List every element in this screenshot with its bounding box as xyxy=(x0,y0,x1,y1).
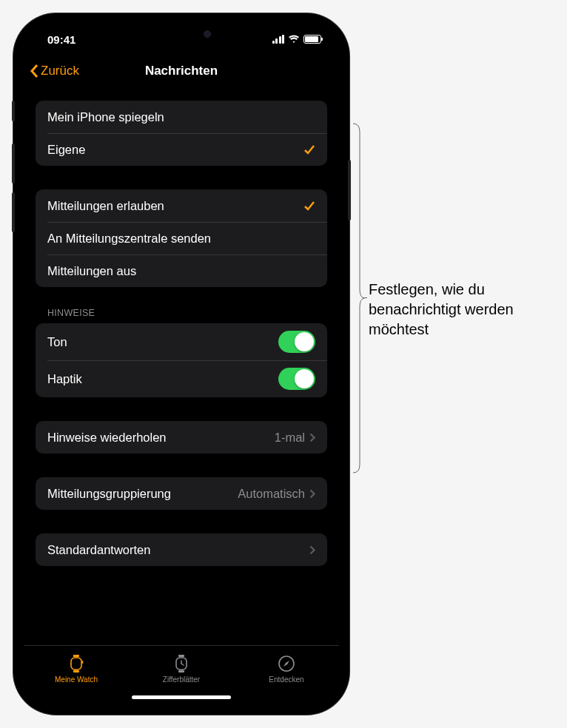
silent-switch xyxy=(12,101,15,121)
option-send-to-center[interactable]: An Mitteilungszentrale senden xyxy=(36,222,327,255)
svg-line-8 xyxy=(181,664,184,665)
tab-label: Zifferblätter xyxy=(163,675,200,684)
status-indicators xyxy=(272,35,322,44)
svg-rect-6 xyxy=(178,670,184,673)
row-label: Ton xyxy=(47,335,278,349)
tab-faces[interactable]: Zifferblätter xyxy=(129,646,234,691)
tab-my-watch[interactable]: Meine Watch xyxy=(24,646,129,691)
callout-connector xyxy=(363,297,367,298)
option-label: Mein iPhone spiegeln xyxy=(47,110,315,124)
page-title: Nachrichten xyxy=(145,64,218,78)
volume-up-button xyxy=(12,144,15,183)
option-label: Eigene xyxy=(47,143,303,157)
row-label: Hinweise wiederholen xyxy=(47,431,275,445)
settings-content[interactable]: Mein iPhone spiegeln Eigene Mitteilungen… xyxy=(24,87,339,645)
mirror-group: Mein iPhone spiegeln Eigene xyxy=(36,101,327,166)
watch-face-icon xyxy=(171,654,192,673)
tab-label: Entdecken xyxy=(269,675,303,684)
checkmark-icon xyxy=(303,144,315,155)
option-label: Mitteilungen erlauben xyxy=(47,199,303,213)
back-button[interactable]: Zurück xyxy=(30,64,79,78)
sound-toggle[interactable] xyxy=(278,331,315,353)
row-notification-grouping[interactable]: Mitteilungsgruppierung Automatisch xyxy=(36,477,327,510)
alerts-group: Ton Haptik xyxy=(36,323,327,397)
notch xyxy=(112,24,251,44)
svg-rect-1 xyxy=(73,655,79,657)
callout-bracket xyxy=(352,123,364,473)
compass-icon xyxy=(276,654,297,673)
chevron-right-icon xyxy=(309,489,315,499)
cellular-icon xyxy=(272,35,285,44)
row-haptic: Haptik xyxy=(36,360,327,397)
side-button xyxy=(348,160,351,220)
grouping-group: Mitteilungsgruppierung Automatisch xyxy=(36,477,327,510)
row-default-replies[interactable]: Standardantworten xyxy=(36,533,327,566)
tab-discover[interactable]: Entdecken xyxy=(234,646,339,691)
replies-group: Standardantworten xyxy=(36,533,327,566)
section-header-alerts: HINWEISE xyxy=(36,287,327,323)
volume-down-button xyxy=(12,192,15,232)
row-repeat-alerts[interactable]: Hinweise wiederholen 1-mal xyxy=(36,421,327,454)
wifi-icon xyxy=(288,35,300,44)
chevron-right-icon xyxy=(309,433,315,442)
row-label: Standardantworten xyxy=(47,543,309,557)
option-label: Mitteilungen aus xyxy=(47,264,315,278)
row-label: Haptik xyxy=(47,372,278,386)
chevron-right-icon xyxy=(309,545,315,555)
row-value: Automatisch xyxy=(238,487,305,501)
screen: 09:41 Zurück Nachrichten Mein iPhone spi… xyxy=(24,24,339,704)
option-notifications-off[interactable]: Mitteilungen aus xyxy=(36,255,327,287)
checkmark-icon xyxy=(303,200,315,212)
option-mirror-iphone[interactable]: Mein iPhone spiegeln xyxy=(36,101,327,133)
callout-text: Festlegen, wie du benachrichtigt werden … xyxy=(369,280,552,340)
notification-mode-group: Mitteilungen erlauben An Mitteilungszent… xyxy=(36,189,327,287)
home-indicator[interactable] xyxy=(132,695,231,699)
repeat-alerts-group: Hinweise wiederholen 1-mal xyxy=(36,421,327,454)
row-value: 1-mal xyxy=(275,431,305,445)
option-allow-notifications[interactable]: Mitteilungen erlauben xyxy=(36,189,327,222)
row-label: Mitteilungsgruppierung xyxy=(47,487,238,501)
chevron-left-icon xyxy=(30,64,38,78)
svg-rect-3 xyxy=(82,661,84,664)
status-time: 09:41 xyxy=(47,33,76,46)
back-label: Zurück xyxy=(41,64,79,78)
svg-rect-0 xyxy=(71,658,81,670)
svg-rect-2 xyxy=(73,670,79,673)
tab-label: Meine Watch xyxy=(55,675,98,684)
nav-bar: Zurück Nachrichten xyxy=(24,55,339,87)
battery-icon xyxy=(303,35,321,44)
haptic-toggle[interactable] xyxy=(278,368,315,390)
option-custom[interactable]: Eigene xyxy=(36,133,327,166)
iphone-frame: 09:41 Zurück Nachrichten Mein iPhone spi… xyxy=(13,13,349,715)
option-label: An Mitteilungszentrale senden xyxy=(47,232,315,246)
row-sound: Ton xyxy=(36,323,327,360)
svg-rect-5 xyxy=(178,655,184,657)
watch-icon xyxy=(66,654,87,673)
